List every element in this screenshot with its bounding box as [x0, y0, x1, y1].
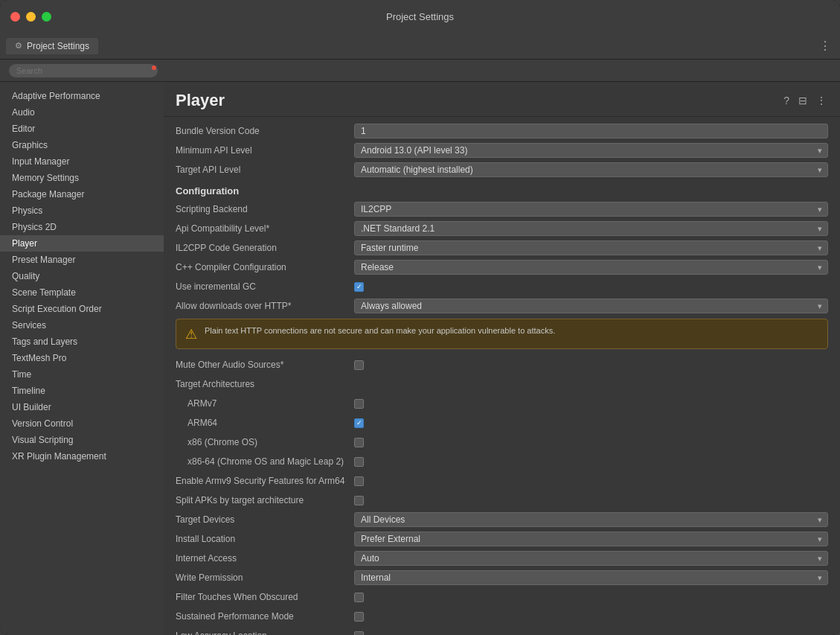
mute-audio-row: Mute Other Audio Sources*: [176, 357, 828, 373]
arm64-checkbox[interactable]: [354, 418, 364, 428]
scripting-backend-select[interactable]: IL2CPP: [354, 202, 828, 217]
target-devices-select[interactable]: All Devices: [354, 512, 828, 527]
target-architectures-row: Target Architectures: [176, 376, 828, 392]
filter-touches-label: Filter Touches When Obscured: [176, 592, 354, 602]
maximize-button[interactable]: [42, 12, 51, 22]
sidebar-item-tags-and-layers[interactable]: Tags and Layers: [0, 334, 164, 350]
sidebar-item-memory-settings[interactable]: Memory Settings: [0, 170, 164, 186]
sidebar: Adaptive Performance Audio Editor Graphi…: [0, 82, 164, 635]
mute-audio-label: Mute Other Audio Sources*: [176, 360, 354, 370]
sidebar-item-version-control[interactable]: Version Control: [0, 415, 164, 432]
sidebar-item-adaptive-performance[interactable]: Adaptive Performance: [0, 88, 164, 104]
sidebar-item-textmesh-pro[interactable]: TextMesh Pro: [0, 350, 164, 366]
sidebar-item-preset-manager[interactable]: Preset Manager: [0, 252, 164, 268]
x86-64-row: x86-64 (Chrome OS and Magic Leap 2): [176, 453, 828, 470]
sidebar-item-services[interactable]: Services: [0, 317, 164, 334]
bundle-version-code-input[interactable]: [354, 124, 828, 138]
write-permission-select[interactable]: Internal: [354, 570, 828, 585]
install-location-label: Install Location: [176, 534, 354, 544]
bundle-version-code-row: Bundle Version Code: [176, 123, 828, 139]
split-apks-wrapper: [354, 496, 364, 505]
sidebar-item-graphics[interactable]: Graphics: [0, 137, 164, 153]
help-icon[interactable]: ?: [782, 93, 791, 108]
internet-access-row: Internet Access Auto: [176, 550, 828, 567]
target-api-level-label: Target API Level: [176, 165, 354, 175]
enable-armv9-wrapper: [354, 476, 364, 486]
armv7-row: ARMv7: [176, 395, 828, 412]
write-permission-wrapper: Internal: [354, 570, 828, 585]
cpp-compiler-select[interactable]: Release: [354, 260, 828, 275]
project-settings-tab[interactable]: ⚙ Project Settings: [6, 38, 98, 54]
minimum-api-level-label: Minimum API Level: [176, 145, 354, 156]
split-apks-row: Split APKs by target architecture: [176, 492, 828, 508]
sidebar-item-player[interactable]: Player: [0, 235, 164, 252]
internet-access-select[interactable]: Auto: [354, 551, 828, 566]
allow-downloads-select[interactable]: Always allowed: [354, 299, 828, 313]
toolbar: ⚙ Project Settings ⋮: [0, 33, 840, 60]
enable-armv9-label: Enable Armv9 Security Features for Arm64: [176, 476, 354, 486]
armv7-checkbox[interactable]: [354, 399, 364, 409]
sidebar-item-time[interactable]: Time: [0, 366, 164, 383]
more-options-icon[interactable]: ⋮: [815, 93, 828, 108]
use-incremental-gc-row: Use incremental GC: [176, 278, 828, 295]
minimum-api-level-row: Minimum API Level Android 13.0 (API leve…: [176, 142, 828, 159]
api-compatibility-row: Api Compatibility Level* .NET Standard 2…: [176, 220, 828, 237]
armv7-wrapper: [354, 399, 364, 409]
filter-touches-checkbox[interactable]: [354, 593, 364, 602]
scripting-backend-label: Scripting Backend: [176, 204, 354, 214]
titlebar: Project Settings: [0, 0, 840, 33]
filter-touches-wrapper: [354, 593, 364, 602]
main-window: Project Settings ⚙ Project Settings ⋮ Ad…: [0, 0, 840, 635]
content-header: Player ? ⊟ ⋮: [164, 82, 840, 117]
write-permission-row: Write Permission Internal: [176, 569, 828, 586]
il2cpp-codegen-wrapper: Faster runtime: [354, 240, 828, 255]
sustained-performance-row: Sustained Performance Mode: [176, 608, 828, 625]
low-accuracy-row: Low Accuracy Location: [176, 628, 828, 635]
enable-armv9-checkbox[interactable]: [354, 476, 364, 486]
search-input[interactable]: [9, 64, 158, 77]
sidebar-item-audio[interactable]: Audio: [0, 104, 164, 121]
api-compatibility-wrapper: .NET Standard 2.1: [354, 221, 828, 236]
toolbar-dots-icon[interactable]: ⋮: [816, 37, 834, 54]
window-title: Project Settings: [386, 11, 454, 22]
split-apks-checkbox[interactable]: [354, 496, 364, 505]
sidebar-item-scene-template[interactable]: Scene Template: [0, 284, 164, 301]
main-content: Adaptive Performance Audio Editor Graphi…: [0, 82, 840, 635]
target-devices-row: Target Devices All Devices: [176, 511, 828, 528]
sidebar-item-input-manager[interactable]: Input Manager: [0, 153, 164, 170]
api-compatibility-select[interactable]: .NET Standard 2.1: [354, 221, 828, 236]
sidebar-item-visual-scripting[interactable]: Visual Scripting: [0, 432, 164, 448]
low-accuracy-checkbox[interactable]: [354, 631, 364, 636]
traffic-lights: [10, 12, 51, 22]
target-api-level-select[interactable]: Automatic (highest installed): [354, 162, 828, 177]
sidebar-item-editor[interactable]: Editor: [0, 121, 164, 137]
sidebar-item-physics[interactable]: Physics: [0, 202, 164, 219]
sidebar-item-physics-2d[interactable]: Physics 2D: [0, 219, 164, 235]
sidebar-item-package-manager[interactable]: Package Manager: [0, 186, 164, 202]
minimum-api-level-select[interactable]: Android 13.0 (API level 33): [354, 143, 828, 158]
x86-64-checkbox[interactable]: [354, 457, 364, 467]
warning-text: Plain text HTTP connections are not secu…: [205, 325, 555, 336]
filter-touches-row: Filter Touches When Obscured: [176, 589, 828, 605]
sustained-performance-wrapper: [354, 612, 364, 622]
sidebar-item-timeline[interactable]: Timeline: [0, 383, 164, 399]
tab-gear-icon: ⚙: [15, 41, 22, 51]
sidebar-item-script-execution-order[interactable]: Script Execution Order: [0, 301, 164, 317]
target-architectures-label: Target Architectures: [176, 379, 354, 389]
write-permission-label: Write Permission: [176, 572, 354, 583]
api-compatibility-label: Api Compatibility Level*: [176, 223, 354, 234]
sliders-icon[interactable]: ⊟: [797, 93, 809, 108]
close-button[interactable]: [10, 12, 20, 22]
sidebar-item-ui-builder[interactable]: UI Builder: [0, 399, 164, 415]
sidebar-item-xr-plugin-management[interactable]: XR Plugin Management: [0, 448, 164, 465]
x86-chrome-checkbox[interactable]: [354, 438, 364, 447]
sustained-performance-checkbox[interactable]: [354, 612, 364, 622]
target-api-level-wrapper: Automatic (highest installed): [354, 162, 828, 177]
use-incremental-gc-checkbox[interactable]: [354, 282, 364, 292]
install-location-select[interactable]: Prefer External: [354, 532, 828, 546]
mute-audio-checkbox[interactable]: [354, 360, 364, 370]
mute-audio-wrapper: [354, 360, 364, 370]
il2cpp-codegen-select[interactable]: Faster runtime: [354, 240, 828, 255]
sidebar-item-quality[interactable]: Quality: [0, 268, 164, 284]
minimize-button[interactable]: [26, 12, 36, 22]
